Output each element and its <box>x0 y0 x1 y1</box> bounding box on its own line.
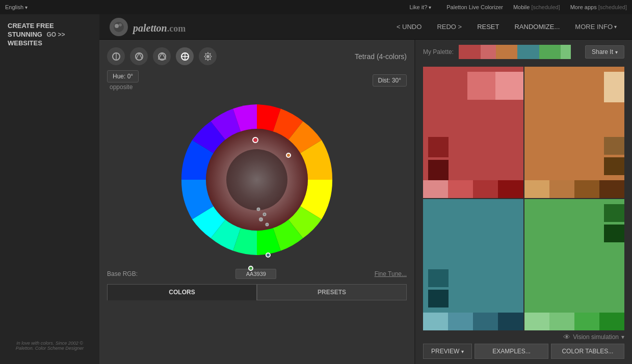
like-it-dropdown[interactable]: Like it? <box>409 4 431 10</box>
eye-icon: 👁 <box>563 333 570 341</box>
fine-tune-link[interactable]: Fine Tune... <box>375 270 407 277</box>
q4-bs3 <box>574 313 599 330</box>
q1-bottom-swatches <box>423 180 523 198</box>
q4-bs4 <box>599 313 624 330</box>
share-button[interactable]: Share It <box>585 45 624 59</box>
q2-dark2 <box>604 157 624 175</box>
live-colorizer-link[interactable]: Paletton Live Colorizer <box>446 4 503 10</box>
wheel-dot-center1[interactable] <box>257 208 260 211</box>
undo-button[interactable]: < UNDO <box>391 20 427 33</box>
palette-swatch-4 <box>517 45 539 59</box>
wheel-dot-center4[interactable] <box>266 223 269 227</box>
sidebar-footer: In love with colors. Since 2002 © Palett… <box>8 335 92 351</box>
svg-point-1 <box>115 24 119 28</box>
palette-swatch-3 <box>496 45 518 59</box>
wheel-dot-orange[interactable] <box>286 153 291 158</box>
mobile-label: Mobile [scheduled] <box>513 4 560 10</box>
q1-bs2 <box>448 180 473 198</box>
wheel-dot-center2[interactable] <box>263 213 267 216</box>
my-palette-row: My Palette: Share It <box>423 45 624 59</box>
wheel-dot-red[interactable] <box>252 137 258 143</box>
svg-point-2 <box>119 23 122 26</box>
base-rgb-label: Base RGB: <box>107 270 138 277</box>
language-selector[interactable]: English <box>5 4 28 10</box>
more-apps-label: More apps [scheduled] <box>570 4 627 10</box>
wheel-dot-center3[interactable] <box>259 217 263 221</box>
q2-bs3 <box>574 180 599 198</box>
mode-icon-settings[interactable] <box>199 47 217 65</box>
q2-bottom-swatches <box>524 180 625 198</box>
q2-bs1 <box>524 180 549 198</box>
sidebar: CREATE FREE STUNNING GO >> WEBSITES In l… <box>0 14 99 364</box>
q4-dark1 <box>604 204 624 222</box>
redo-button[interactable]: REDO > <box>432 20 467 33</box>
q4-bs1 <box>524 313 549 330</box>
bottom-controls: PREVIEW EXAMPLES... COLOR TABLES... <box>423 344 624 359</box>
q3-bs4 <box>498 313 523 330</box>
my-palette-colors <box>459 45 571 59</box>
wheel-dot-green[interactable] <box>248 266 253 271</box>
vision-sim-arrow: ▾ <box>621 333 624 341</box>
q1-bs3 <box>473 180 498 198</box>
q3-bs1 <box>423 313 448 330</box>
top-bar-center: Like it? Paletton Live Colorizer <box>409 4 503 10</box>
palette-swatch-6 <box>561 45 571 59</box>
quadrant-orange <box>524 67 625 198</box>
color-wheel[interactable] <box>175 98 338 261</box>
more-info-button[interactable]: MORE INFO ▾ <box>570 20 622 33</box>
q1-light2 <box>495 72 523 100</box>
q4-bottom-swatches <box>524 313 625 330</box>
tab-colors[interactable]: COLORS <box>107 284 257 300</box>
base-rgb-row: Base RGB: Fine Tune... <box>107 269 407 279</box>
mode-icon-triad[interactable] <box>153 47 171 65</box>
q3-dark1 <box>428 269 449 287</box>
svg-point-13 <box>206 55 209 58</box>
sidebar-title: CREATE FREE STUNNING GO >> WEBSITES <box>8 22 65 48</box>
content-area: paletton.com < UNDO REDO > RESET RANDOMI… <box>99 14 632 364</box>
mode-icon-mono[interactable] <box>107 47 125 65</box>
main-layout: CREATE FREE STUNNING GO >> WEBSITES In l… <box>0 14 632 364</box>
go-link[interactable]: GO >> <box>47 31 65 38</box>
more-info-arrow: ▾ <box>614 24 617 30</box>
palette-swatch-5 <box>539 45 561 59</box>
examples-button[interactable]: EXAMPLES... <box>475 344 548 359</box>
top-bar-right: Mobile [scheduled] More apps [scheduled] <box>513 4 627 10</box>
color-panel: Tetrad (4-colors) Hue: 0° opposite Dist:… <box>99 40 415 364</box>
language-dropdown[interactable]: English <box>5 4 28 10</box>
palette-swatch-1 <box>459 45 481 59</box>
mode-icon-tetrad[interactable] <box>176 47 194 65</box>
q3-bs3 <box>473 313 498 330</box>
palette-swatch-2 <box>481 45 496 59</box>
mode-icons-row: Tetrad (4-colors) <box>107 47 407 65</box>
q3-bs2 <box>448 313 473 330</box>
q3-bottom-swatches <box>423 313 523 330</box>
preview-button[interactable]: PREVIEW <box>423 344 472 359</box>
q1-dark2 <box>428 160 449 180</box>
dist-control[interactable]: Dist: 30° <box>373 74 407 87</box>
q3-dark2 <box>428 290 449 307</box>
q1-bs4 <box>498 180 523 198</box>
main-panel: Tetrad (4-colors) Hue: 0° opposite Dist:… <box>99 40 632 364</box>
mode-label: Tetrad (4-colors) <box>355 52 407 61</box>
randomize-button[interactable]: RANDOMIZE... <box>509 20 565 33</box>
svg-point-5 <box>136 53 143 60</box>
q4-bs2 <box>549 313 574 330</box>
vision-simulation[interactable]: 👁 Vision simulation ▾ <box>423 333 624 341</box>
q1-light1 <box>467 72 495 100</box>
q2-bs4 <box>599 180 624 198</box>
color-tabs: COLORS PRESETS <box>107 284 407 300</box>
my-palette-label: My Palette: <box>423 48 454 55</box>
base-rgb-input[interactable] <box>235 269 276 279</box>
controls-row: Hue: 0° opposite Dist: 30° <box>107 70 407 91</box>
color-wheel-container <box>175 98 338 261</box>
reset-button[interactable]: RESET <box>472 20 504 33</box>
wheel-dot-teal[interactable] <box>266 253 271 258</box>
tab-presets[interactable]: PRESETS <box>257 284 407 300</box>
logo-text: paletton.com <box>133 19 186 35</box>
q2-light <box>604 72 624 102</box>
hue-control[interactable]: Hue: 0° <box>107 70 139 82</box>
sidebar-logo: CREATE FREE STUNNING GO >> WEBSITES <box>8 22 65 50</box>
palette-panel: My Palette: Share It <box>415 40 632 364</box>
color-tables-button[interactable]: COLOR TABLES... <box>551 344 624 359</box>
mode-icon-adjacent[interactable] <box>130 47 148 65</box>
